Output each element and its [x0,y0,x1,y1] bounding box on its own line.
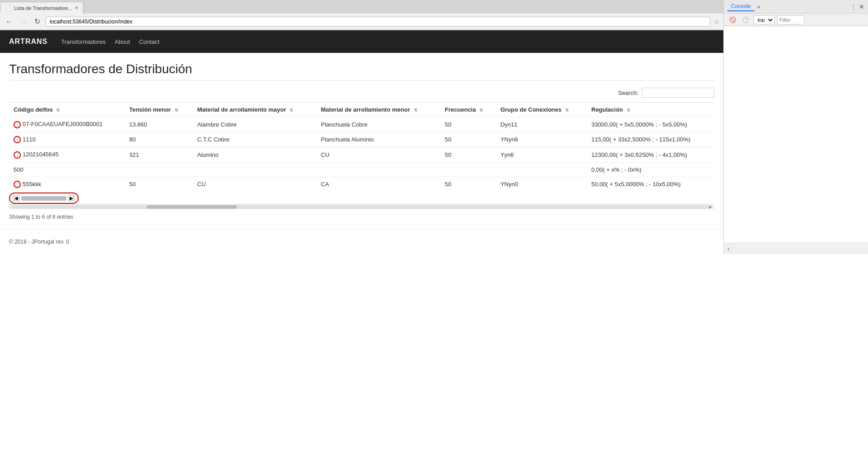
browser-chrome: 📄 Lista de Transformadore... ✕ ← → ↻ ☆ [0,0,723,30]
row-icon[interactable]: ⋮ [14,181,21,188]
cell-mat_mayor: C.T.C Cobre [193,132,316,147]
cell-grupo: YNyn6 [496,132,587,147]
bottom-scroll-area: ◀ ▶ [9,193,714,204]
scroll-right-button[interactable]: ▶ [68,195,75,202]
col-frecuencia[interactable]: Frecuencia ⇅ [440,103,496,117]
col-tension[interactable]: Tensión menor ⇅ [125,103,193,117]
cell-regulacion: 33000,00( + 5x5,0000% ; - 5x5,00%) [587,117,714,132]
cell-mat_mayor: CU [193,177,316,192]
cell-tension: 321 [125,147,193,163]
tab-close-button[interactable]: ✕ [75,5,78,10]
tab-title: Lista de Transformadore... [14,5,72,11]
col-grupo[interactable]: Grupo de Conexiones ⇅ [496,103,587,117]
table-footer: Showing 1 to 6 of 6 entries [9,214,714,220]
cell-tension: 80 [125,132,193,147]
scroll-left-button[interactable]: ◀ [13,195,20,202]
cell-tension [125,162,193,177]
cell-mat_mayor: Alambre Cobre [193,117,316,132]
cell-frecuencia: 50 [440,177,496,192]
sort-icon-mat-mayor: ⇅ [289,108,293,113]
search-label: Search: [618,89,638,96]
devtools-clear-button[interactable]: 🚫 [727,16,738,24]
copyright-text: © 2018 - JPortugal rev. 0 [9,239,69,245]
sort-icon-codigo: ⇅ [56,108,60,113]
cell-grupo: Yyn6 [496,147,587,163]
entries-count: Showing 1 to 6 of 6 entries [9,214,73,220]
cell-regulacion: 50,00( + 5x5,0000% ; - 10x5,00%) [587,177,714,192]
cell-codigo: ⋮07-F0CAAEUAFEJ0000B0001 [9,117,125,132]
scroll-track [11,205,708,209]
table-scrollbar[interactable]: ▶ [9,204,714,209]
table-row[interactable]: ⋮111080C.T.C CobrePlanchuela Aluminio50Y… [9,132,714,147]
forward-button[interactable]: → [18,17,29,27]
back-button[interactable]: ← [4,17,14,27]
cell-mat_menor: Planchuela Aluminio [316,132,440,147]
search-input[interactable] [642,88,714,98]
col-mat-menor[interactable]: Material de arrollamiento menor ⇅ [316,103,440,117]
cell-mat_menor: Planchuela Cobre [316,117,440,132]
page-divider [9,80,714,80]
table-row[interactable]: ⋮07-F0CAAEUAFEJ0000B000113.860Alambre Co… [9,117,714,132]
table-row[interactable]: 5000,00( + x% ; - 0x%) [9,162,714,177]
scroll-thumb[interactable] [21,196,66,201]
bookmark-icon[interactable]: ☆ [714,18,720,25]
app-nav-links: Transformadores About Contact [61,38,159,45]
url-input[interactable] [46,17,710,27]
row-icon[interactable]: ⋮ [14,136,21,143]
address-bar: ← → ↻ ☆ [0,14,723,30]
devtools-second-bar: 🚫 🕐 top [724,14,868,26]
sort-icon-frecuencia: ⇅ [479,108,483,113]
devtools-tab-console[interactable]: Console [727,2,755,11]
col-codigo[interactable]: Código delfos ⇅ [9,103,125,117]
tab-favicon: 📄 [5,5,11,11]
cell-frecuencia [440,162,496,177]
devtools-chevron[interactable]: » [757,4,760,10]
devtools-menu-icon[interactable]: ⋮ [851,4,856,10]
browser-tab[interactable]: 📄 Lista de Transformadore... ✕ [0,2,83,14]
nav-link-contact[interactable]: Contact [139,38,160,45]
cell-codigo: ⋮12021045645 [9,147,125,163]
row-icon[interactable]: ⋮ [14,121,21,128]
app-navbar: ARTRANS Transformadores About Contact [0,30,723,53]
cell-regulacion: 12300,00( + 3x0,6250% ; - 4x1,00%) [587,147,714,163]
cell-tension: 50 [125,177,193,192]
devtools-panel: Console » ⋮ ✕ 🚫 🕐 top › [723,0,868,254]
sort-icon-grupo: ⇅ [565,108,569,113]
devtools-context-select[interactable]: top [754,15,774,24]
cell-codigo: ⋮1110 [9,132,125,147]
cell-frecuencia: 50 [440,117,496,132]
cell-mat_menor: CA [316,177,440,192]
cell-codigo: ⋮555kkk [9,177,125,192]
devtools-content [724,26,868,243]
nav-link-transformadores[interactable]: Transformadores [61,38,106,45]
sort-icon-tension: ⇅ [175,108,178,113]
col-regulacion[interactable]: Regulación ⇅ [587,103,714,117]
cell-mat_menor [316,162,440,177]
table-row[interactable]: ⋮12021045645321AluminoCU50Yyn612300,00( … [9,147,714,163]
scroll-thumb-inner [146,205,237,209]
table-wrapper: Código delfos ⇅ Tensión menor ⇅ Material… [9,102,714,192]
devtools-clock-button[interactable]: 🕐 [741,16,751,24]
page-footer: © 2018 - JPortugal rev. 0 [0,229,723,254]
cell-mat_mayor [193,162,316,177]
table-header-row: Código delfos ⇅ Tensión menor ⇅ Material… [9,103,714,117]
devtools-expand-arrow[interactable]: › [727,245,730,252]
scroll-right-arrow[interactable]: ▶ [709,204,712,209]
row-icon[interactable]: ⋮ [14,151,21,159]
page-title: Transformadores de Distribución [9,62,714,76]
app-brand: ARTRANS [9,38,47,46]
table-row[interactable]: ⋮555kkk50CUCA50YNyn050,00( + 5x5,0000% ;… [9,177,714,192]
cell-regulacion: 115,00( + 33x2,5000% ; - 115x1,00%) [587,132,714,147]
data-table: Código delfos ⇅ Tensión menor ⇅ Material… [9,102,714,192]
col-mat-mayor[interactable]: Material de arrollamiento mayor ⇅ [193,103,316,117]
cell-frecuencia: 50 [440,147,496,163]
nav-link-about[interactable]: About [115,38,130,45]
sort-icon-regulacion: ⇅ [627,108,630,113]
devtools-close-button[interactable]: ✕ [859,3,864,10]
sort-icon-mat-menor: ⇅ [414,108,417,113]
devtools-filter-input[interactable] [777,15,804,24]
cell-grupo [496,162,587,177]
reload-button[interactable]: ↻ [33,16,42,27]
cell-tension: 13.860 [125,117,193,132]
page-content: Transformadores de Distribución Search: … [0,53,723,229]
